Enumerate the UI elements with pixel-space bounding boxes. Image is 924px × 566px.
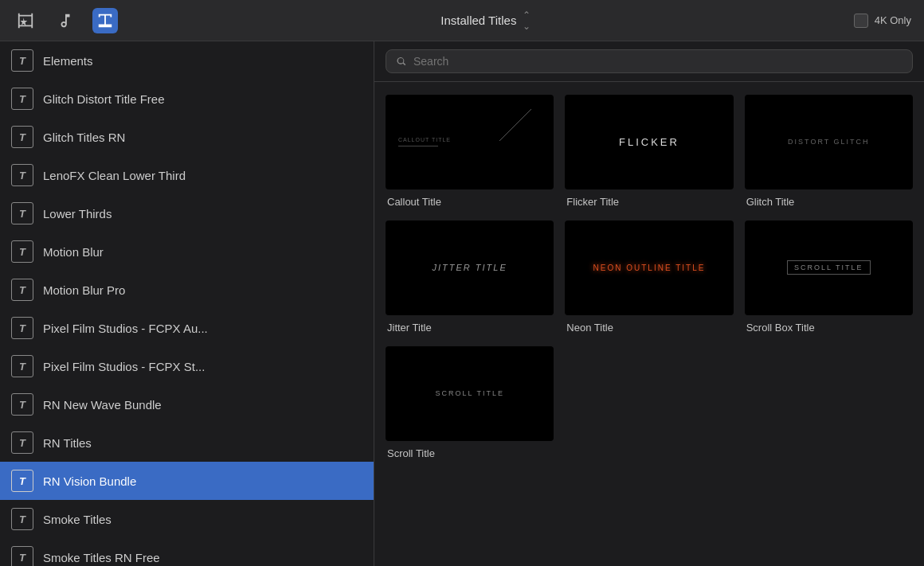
sidebar-item-glitch-titles-rn[interactable]: T Glitch Titles RN: [0, 118, 374, 156]
sidebar: T Elements T Glitch Distort Title Free T…: [0, 41, 374, 566]
sidebar-item-glitch-distort-title-free[interactable]: T Glitch Distort Title Free: [0, 80, 374, 118]
sidebar-item-label: RN New Wave Bundle: [43, 398, 162, 412]
sidebar-item-lower-thirds[interactable]: T Lower Thirds: [0, 194, 374, 232]
grid-item-callout-title[interactable]: CALLOUT TITLE Callout Title: [386, 95, 554, 208]
search-bar: [374, 41, 924, 82]
sidebar-item-label: Motion Blur: [43, 245, 104, 259]
title-icon: T: [11, 546, 33, 566]
sidebar-item-elements[interactable]: T Elements: [0, 41, 374, 80]
sidebar-item-label: Glitch Distort Title Free: [43, 92, 165, 106]
item-title-jitter-title: Jitter Title: [386, 322, 554, 334]
installed-titles-label: Installed Titles: [440, 14, 516, 27]
favorites-icon[interactable]: [13, 8, 38, 33]
thumbnail-scroll-title: SCROLL TITLE: [386, 346, 554, 441]
music-icon[interactable]: [53, 8, 78, 33]
sidebar-item-motion-blur[interactable]: T Motion Blur: [0, 232, 374, 271]
four-k-checkbox[interactable]: [854, 14, 868, 28]
sidebar-item-label: Smoke Titles RN Free: [43, 551, 160, 564]
item-title-scroll-title: Scroll Title: [386, 447, 554, 459]
grid-item-glitch-title[interactable]: DISTORT GLITCH Glitch Title: [745, 95, 913, 208]
sidebar-item-smoke-titles-rn-free[interactable]: T Smoke Titles RN Free: [0, 538, 374, 566]
title-icon: T: [11, 49, 33, 72]
title-icon: T: [11, 279, 33, 301]
main-content: T Elements T Glitch Distort Title Free T…: [0, 41, 924, 566]
sidebar-item-lenofx-clean-lower-third[interactable]: T LenoFX Clean Lower Third: [0, 156, 374, 194]
sidebar-item-label: RN Titles: [43, 436, 92, 450]
grid-item-scroll-box-title[interactable]: SCROLL TITLE Scroll Box Title: [745, 221, 913, 334]
sidebar-item-smoke-titles[interactable]: T Smoke Titles: [0, 500, 374, 538]
sidebar-item-rn-vision-bundle[interactable]: T RN Vision Bundle: [0, 462, 374, 500]
item-title-callout-title: Callout Title: [386, 196, 554, 208]
search-icon: [396, 56, 407, 67]
title-icon: T: [11, 508, 33, 530]
titles-grid: CALLOUT TITLE Callout Title FLICKER Flic…: [374, 82, 924, 566]
title-icon: T: [11, 317, 33, 339]
sidebar-item-label: Elements: [43, 54, 93, 68]
sidebar-item-rn-titles[interactable]: T RN Titles: [0, 424, 374, 462]
title-icon: T: [11, 355, 33, 377]
installed-titles-dropdown[interactable]: Installed Titles ⌃⌄: [440, 10, 531, 32]
thumbnail-glitch-title: DISTORT GLITCH: [745, 95, 913, 189]
thumbnail-callout-title: CALLOUT TITLE: [386, 95, 554, 189]
sidebar-item-label: Pixel Film Studios - FCPX St...: [43, 360, 205, 373]
sidebar-item-label: Glitch Titles RN: [43, 131, 125, 144]
search-wrapper: [386, 49, 913, 73]
title-icon: T: [11, 202, 33, 224]
toolbar-right: 4K Only: [854, 14, 911, 28]
sidebar-item-pixel-film-studios-fcpx-au[interactable]: T Pixel Film Studios - FCPX Au...: [0, 309, 374, 347]
four-k-label: 4K Only: [875, 14, 911, 26]
title-icon: T: [11, 470, 33, 492]
sidebar-item-rn-new-wave-bundle[interactable]: T RN New Wave Bundle: [0, 385, 374, 424]
item-title-flicker-title: Flicker Title: [565, 196, 733, 208]
item-title-neon-title: Neon Title: [565, 322, 733, 334]
content-panel: CALLOUT TITLE Callout Title FLICKER Flic…: [374, 41, 924, 566]
toolbar: Installed Titles ⌃⌄ 4K Only: [0, 0, 924, 41]
titles-icon[interactable]: [92, 8, 118, 33]
sidebar-item-motion-blur-pro[interactable]: T Motion Blur Pro: [0, 271, 374, 309]
grid-item-jitter-title[interactable]: JITTER TITLE Jitter Title: [386, 221, 554, 334]
sidebar-item-label: Lower Thirds: [43, 207, 112, 221]
grid-item-flicker-title[interactable]: FLICKER Flicker Title: [565, 95, 733, 208]
title-icon: T: [11, 393, 33, 416]
sidebar-item-pixel-film-studios-fcpx-st[interactable]: T Pixel Film Studios - FCPX St...: [0, 347, 374, 385]
grid-item-neon-title[interactable]: NEON OUTLINE TITLE Neon Title: [565, 221, 733, 334]
chevron-icon: ⌃⌄: [523, 10, 531, 32]
sidebar-item-label: RN Vision Bundle: [43, 474, 136, 488]
sidebar-item-label: LenoFX Clean Lower Third: [43, 169, 186, 182]
thumbnail-scroll-box-title: SCROLL TITLE: [745, 221, 913, 315]
item-title-scroll-box-title: Scroll Box Title: [745, 322, 913, 334]
search-input[interactable]: [413, 55, 902, 68]
svg-line-0: [499, 109, 531, 141]
toolbar-icons: [13, 8, 118, 33]
title-icon: T: [11, 126, 33, 148]
item-title-glitch-title: Glitch Title: [745, 196, 913, 208]
grid-item-scroll-title[interactable]: SCROLL TITLE Scroll Title: [386, 346, 554, 459]
thumbnail-jitter-title: JITTER TITLE: [386, 221, 554, 315]
title-icon: T: [11, 431, 33, 454]
title-icon: T: [11, 88, 33, 110]
title-icon: T: [11, 164, 33, 186]
toolbar-center: Installed Titles ⌃⌄: [118, 10, 854, 32]
sidebar-item-label: Smoke Titles: [43, 513, 112, 526]
sidebar-item-label: Motion Blur Pro: [43, 283, 125, 297]
thumbnail-flicker-title: FLICKER: [565, 95, 733, 189]
title-icon: T: [11, 240, 33, 263]
sidebar-item-label: Pixel Film Studios - FCPX Au...: [43, 322, 208, 335]
thumbnail-neon-title: NEON OUTLINE TITLE: [565, 221, 733, 315]
